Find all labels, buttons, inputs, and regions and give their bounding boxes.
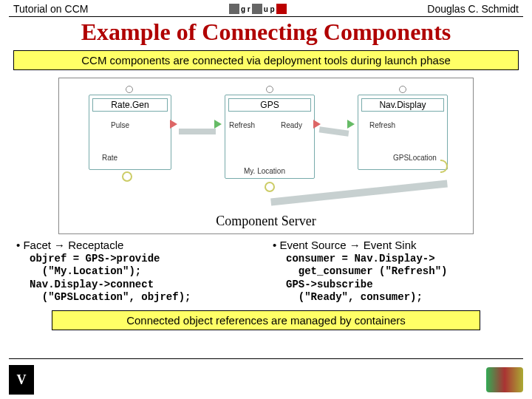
header-right: Douglas C. Schmidt	[427, 3, 519, 15]
facet-receptacle-heading: • Facet → Receptacle	[16, 239, 259, 253]
navdisp-top-stub	[399, 86, 406, 93]
rategen-pulse-label: Pulse	[111, 121, 129, 129]
footer-rule	[9, 358, 523, 359]
navdisp-refresh-label: Refresh	[369, 121, 395, 129]
rategen-pulse-port	[170, 120, 177, 129]
rategen-label: Rate.Gen	[92, 98, 168, 112]
isis-logo	[486, 367, 523, 392]
arrow-pulse-refresh	[179, 129, 216, 134]
facet-receptacle-code: objref = GPS->provide ("My.Location"); N…	[30, 253, 259, 304]
right-column: • Event Source → Event Sink consumer = N…	[273, 239, 516, 304]
banner-bottom: Connected object references are managed …	[52, 310, 480, 330]
arrow-ready-refresh	[319, 126, 349, 136]
vanderbilt-logo: V	[9, 365, 34, 395]
arrow-myloc-gpsloc	[270, 180, 448, 205]
gps-label: GPS	[228, 98, 311, 112]
header-left: Tutorial on CCM	[13, 3, 88, 15]
rategen-top-stub	[126, 86, 133, 93]
component-rategen: Rate.Gen	[89, 95, 171, 170]
eventsrc-sink-code: consumer = Nav.Display-> get_consumer ("…	[286, 253, 516, 304]
rategen-rate-label: Rate	[102, 154, 117, 162]
gps-refresh-label: Refresh	[229, 121, 255, 129]
navdisp-label: Nav.Display	[361, 98, 444, 112]
navdisp-refresh-port	[347, 120, 355, 129]
gps-top-stub	[266, 86, 273, 93]
component-gps: GPS	[225, 95, 315, 179]
header-rule	[9, 16, 523, 17]
rategen-rate-port	[122, 171, 132, 182]
gps-refresh-port	[214, 120, 222, 129]
gps-myloc-port	[265, 182, 275, 192]
slide-title: Example of Connecting Components	[0, 18, 532, 46]
component-server-caption: Component Server	[59, 214, 473, 229]
banner-top: CCM components are connected via deploym…	[13, 50, 519, 70]
eventsrc-sink-heading: • Event Source → Event Sink	[273, 239, 516, 253]
gps-ready-label: Ready	[281, 121, 302, 129]
navdisp-gpsloc-label: GPSLocation	[393, 154, 437, 162]
doc-group-logo: g ru p	[229, 4, 287, 14]
left-column: • Facet → Receptacle objref = GPS->provi…	[16, 239, 259, 304]
gps-myloc-label: My. Location	[244, 167, 285, 175]
component-diagram: Rate.Gen Pulse Rate GPS Refresh Ready My…	[58, 78, 474, 234]
